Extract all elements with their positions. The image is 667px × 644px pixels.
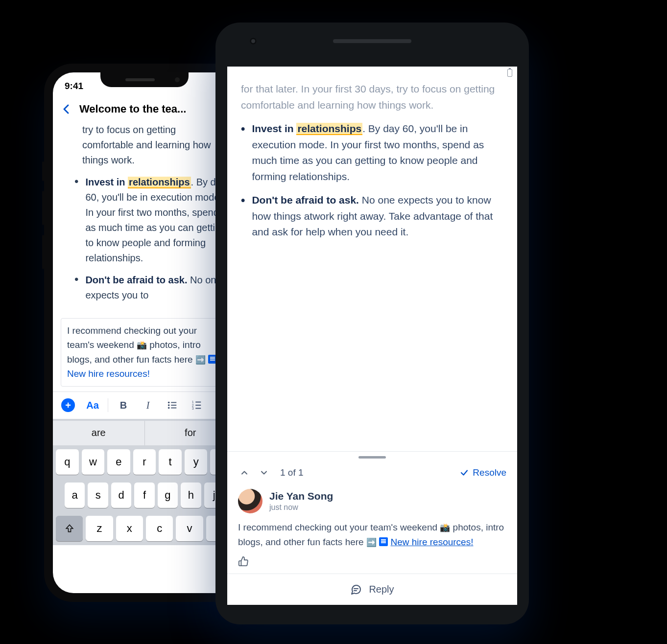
reply-button[interactable]: Reply	[227, 574, 517, 605]
paragraph: try to focus on getting comfortable and …	[63, 122, 226, 168]
svg-point-2	[168, 404, 170, 406]
reply-icon	[350, 584, 362, 596]
android-top-hardware	[215, 39, 529, 43]
back-button[interactable]	[59, 101, 74, 117]
document-content[interactable]: for that later. In your first 30 days, t…	[227, 79, 517, 451]
svg-rect-11	[195, 408, 201, 409]
svg-point-0	[168, 402, 170, 404]
bold-text: Don't be afraid to ask.	[252, 194, 359, 206]
svg-rect-7	[195, 402, 201, 403]
status-bar	[227, 67, 517, 79]
panel-toolbar: 1 of 1 Resolve	[227, 462, 517, 485]
camera-emoji: 📸	[137, 341, 147, 350]
comment-panel: 1 of 1 Resolve Jie Yan Song just now I r…	[227, 451, 517, 605]
android-screen: for that later. In your first 30 days, t…	[227, 67, 517, 605]
iphone-screen: 9:41 Welcome to the tea... try to focus …	[53, 72, 236, 593]
svg-rect-5	[171, 408, 176, 409]
resolve-label: Resolve	[473, 467, 506, 478]
bold-text: Invest in	[85, 177, 128, 187]
key-w[interactable]: w	[82, 449, 105, 475]
svg-rect-1	[171, 402, 176, 403]
format-toolbar: + Aa B I 123	[53, 391, 236, 419]
bold-text: Invest in	[252, 123, 296, 134]
camera-emoji: 📸	[440, 523, 450, 532]
key-e[interactable]: e	[107, 449, 130, 475]
link-new-hire-resources[interactable]: New hire resources!	[67, 368, 150, 379]
bold-text: Don't be afraid to ask.	[85, 275, 187, 285]
key-a[interactable]: a	[65, 483, 85, 508]
comment-header: Jie Yan Song just now	[238, 489, 506, 513]
svg-rect-9	[195, 405, 201, 406]
comment: Jie Yan Song just now I recommend checki…	[227, 485, 517, 574]
prev-comment-button[interactable]	[238, 466, 251, 479]
svg-point-4	[168, 407, 170, 409]
text-style-button[interactable]: Aa	[81, 394, 104, 416]
status-time: 9:41	[65, 81, 83, 92]
doc-chip-icon	[379, 537, 388, 546]
drag-handle[interactable]	[227, 452, 517, 462]
keyboard-row: q w e r t y u	[53, 445, 236, 479]
nav-bar: Welcome to the tea...	[53, 96, 236, 122]
reply-label: Reply	[369, 584, 394, 595]
comment-counter: 1 of 1	[280, 467, 304, 478]
suggestion[interactable]: are	[53, 421, 145, 445]
key-t[interactable]: t	[159, 449, 182, 475]
key-shift[interactable]	[56, 516, 83, 541]
comment-text: I recommend checking out your team's wee…	[238, 522, 440, 532]
bullet-list-button[interactable]	[161, 394, 184, 416]
text-style-label: Aa	[86, 400, 99, 411]
key-v[interactable]: v	[176, 516, 203, 541]
key-q[interactable]: q	[56, 449, 79, 475]
paragraph: for that later. In your first 30 days, t…	[241, 81, 503, 113]
svg-text:3: 3	[192, 407, 194, 410]
bullet-item: Invest in relationships. By day 60, you'…	[63, 175, 226, 266]
bold-button[interactable]: B	[112, 394, 135, 416]
key-s[interactable]: s	[88, 483, 108, 508]
italic-button[interactable]: I	[137, 394, 159, 416]
insert-button[interactable]: +	[57, 394, 79, 416]
camera-dot	[250, 38, 257, 45]
speaker-grille	[333, 39, 411, 43]
avatar[interactable]	[238, 489, 262, 513]
toolbar-divider	[108, 398, 108, 412]
keyboard-row: a s d f g h j	[53, 479, 236, 512]
key-d[interactable]: d	[111, 483, 131, 508]
iphone-frame: 9:41 Welcome to the tea... try to focus …	[44, 64, 245, 602]
plus-icon: +	[61, 398, 75, 412]
key-r[interactable]: r	[133, 449, 156, 475]
arrow-emoji: ➡️	[195, 355, 206, 365]
keyboard-suggestions: are for	[53, 421, 236, 445]
keyboard: are for q w e r t y u a s d f g h j	[53, 419, 236, 545]
bold-label: B	[120, 400, 127, 411]
bullet-item: Don't be afraid to ask. No one expects y…	[63, 273, 226, 303]
italic-label: I	[146, 400, 150, 411]
highlighted-text[interactable]: relationships	[296, 123, 362, 135]
key-g[interactable]: g	[158, 483, 178, 508]
inline-comment[interactable]: I recommend checking out your team's wee…	[61, 318, 228, 387]
key-z[interactable]: z	[86, 516, 113, 541]
key-f[interactable]: f	[134, 483, 154, 508]
link-new-hire-resources[interactable]: New hire resources!	[391, 537, 474, 547]
comment-timestamp: just now	[269, 503, 333, 512]
body-text: . By day 60, you'll be in execution mode…	[85, 177, 226, 263]
bullet-item: Invest in relationships. By day 60, you'…	[241, 121, 503, 184]
highlighted-text[interactable]: relationships	[128, 177, 191, 188]
document-content[interactable]: try to focus on getting comfortable and …	[53, 122, 236, 313]
bullet-item: Don't be afraid to ask. No one expects y…	[241, 192, 503, 240]
comment-author: Jie Yan Song	[269, 490, 333, 502]
iphone-notch	[100, 72, 189, 87]
android-frame: for that later. In your first 30 days, t…	[215, 23, 529, 624]
key-y[interactable]: y	[185, 449, 208, 475]
numbered-list-button[interactable]: 123	[186, 394, 208, 416]
key-h[interactable]: h	[181, 483, 201, 508]
next-comment-button[interactable]	[258, 466, 270, 479]
resolve-button[interactable]: Resolve	[460, 467, 506, 478]
comment-body: I recommend checking out your team's wee…	[238, 520, 506, 549]
svg-rect-3	[171, 405, 176, 406]
arrow-emoji: ➡️	[366, 538, 377, 547]
key-x[interactable]: x	[116, 516, 143, 541]
keyboard-row: z x c v b	[53, 512, 236, 545]
key-c[interactable]: c	[146, 516, 173, 541]
like-button[interactable]	[238, 556, 506, 569]
battery-icon	[507, 69, 512, 77]
